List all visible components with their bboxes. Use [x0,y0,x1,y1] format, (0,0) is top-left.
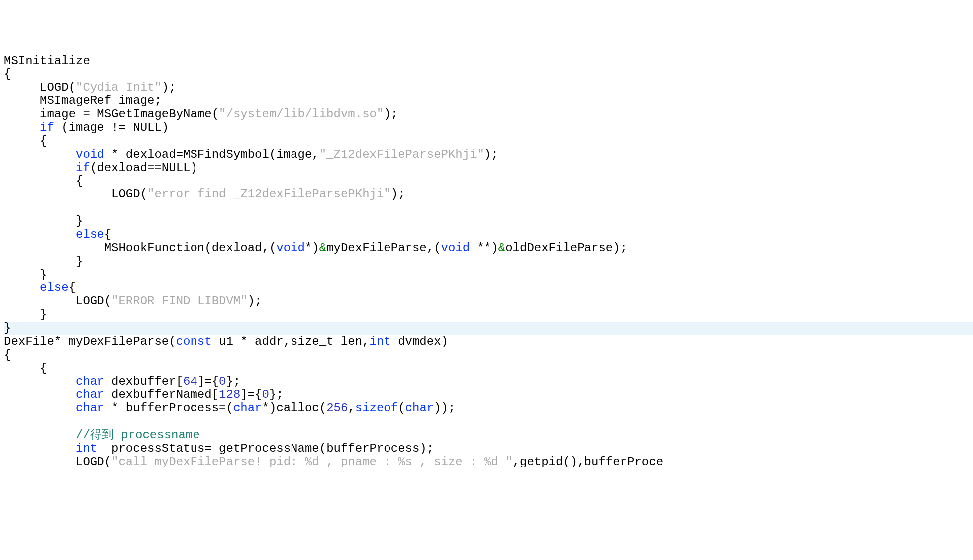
code-line: if(dexload==NULL) [4,161,197,175]
code-line: LOGD("call myDexFileParse! pid: %d , pna… [4,455,663,468]
code-line: MSImageRef image; [4,94,162,107]
code-line: else{ [4,228,111,241]
code-line: else{ [4,281,76,294]
code-line: char dexbufferNamed[128]={0}; [4,388,284,401]
code-line: DexFile* myDexFileParse(const u1 * addr,… [4,335,448,348]
code-line: } [4,308,47,321]
code-line: if (image != NULL) [4,121,169,134]
code-block: MSInitialize { LOGD("Cydia Init"); MSIma… [0,54,973,469]
code-line: } [4,268,47,281]
code-line-highlighted: } [4,322,973,335]
code-line: void * dexload=MSFindSymbol(image,"_Z12d… [4,148,498,161]
code-line: { [4,362,47,375]
code-line: MSInitialize [4,54,90,68]
code-line: { [4,134,47,148]
code-line: //得到 processname [4,428,200,442]
code-line: } [4,255,83,268]
code-line: } [4,214,83,228]
code-line: { [4,174,83,187]
code-line: LOGD("error find _Z12dexFileParsePKhji")… [4,187,405,201]
code-line: int processStatus= getProcessName(buffer… [4,442,434,455]
code-line: MSHookFunction(dexload,(void*)&myDexFile… [4,241,627,255]
code-line: { [4,348,11,362]
code-line: LOGD("ERROR FIND LIBDVM"); [4,294,262,308]
code-line: { [4,67,11,81]
code-line: LOGD("Cydia Init"); [4,81,176,94]
code-line: char dexbuffer[64]={0}; [4,375,240,388]
code-line: char * bufferProcess=(char*)calloc(256,s… [4,401,455,415]
code-line: image = MSGetImageByName("/system/lib/li… [4,107,398,121]
